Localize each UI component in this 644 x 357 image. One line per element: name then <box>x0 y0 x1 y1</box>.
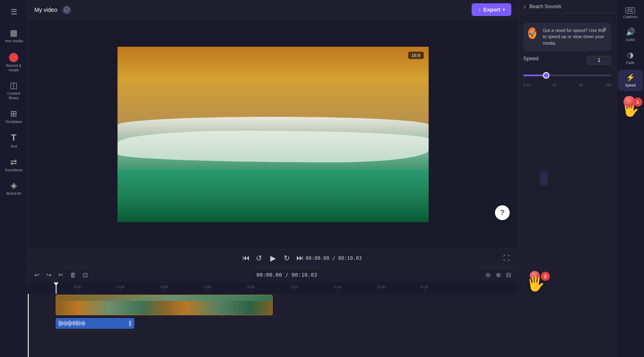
right-icon-fade[interactable]: ◑ Fade <box>618 47 643 68</box>
speed-slider-thumb[interactable] <box>543 72 549 79</box>
timeline-tracks <box>28 294 518 357</box>
sidebar-item-text[interactable]: T Text <box>2 129 26 152</box>
speed-mark-16: 16x <box>605 83 611 87</box>
speed-value-input[interactable] <box>587 56 611 65</box>
speed-label: Speed <box>523 55 539 61</box>
foam-layer <box>118 131 429 162</box>
audio-track-handle-right[interactable] <box>129 321 131 326</box>
speed-tooltip: ✕ 🚀 Got a need for speed? Use this to sp… <box>523 23 611 51</box>
video-track-inner <box>56 295 272 315</box>
play-button[interactable]: ▶ <box>266 251 280 266</box>
save-status-icon[interactable] <box>62 5 71 14</box>
skip-forward-button[interactable]: ⏭ <box>294 252 307 265</box>
audio-waveform <box>61 320 129 327</box>
waveform-bar <box>63 322 64 325</box>
speed-mark-2: 2x <box>553 83 557 87</box>
speed-mark-4: 4x <box>579 83 583 87</box>
save-frame-button[interactable]: ⊡ <box>81 270 90 280</box>
waveform-bar <box>61 322 62 325</box>
ruler-mark-2: 0:06 <box>142 285 186 292</box>
right-icon-speed[interactable]: ⚡ Speed <box>618 70 643 91</box>
track-thumbnail <box>56 301 272 315</box>
waveform-bar <box>84 322 85 325</box>
captions-icon: CC <box>626 7 635 14</box>
beach-sounds-header: ♪ Beach Sounds <box>518 0 616 14</box>
sidebar-item-label: Contentlibrary <box>7 91 20 100</box>
cursor-hand-2-container: 🖐 2 <box>526 275 545 292</box>
playhead[interactable] <box>56 282 56 294</box>
sidebar-item-transitions[interactable]: ⇄ Transitions <box>2 154 26 176</box>
waveform-bar <box>72 322 73 325</box>
tooltip-text: Got a need for speed? Use this to speed … <box>543 27 606 46</box>
redo-button[interactable]: ↪ <box>45 270 53 280</box>
waveform-bar <box>76 321 77 325</box>
transitions-icon: ⇄ <box>10 157 17 167</box>
ruler-marks: 0:02 0:04 0:06 0:08 0:10 <box>28 285 446 292</box>
aspect-ratio-badge: 16:9 <box>408 52 423 59</box>
skip-back-button[interactable]: ⏮ <box>240 252 253 265</box>
zoom-out-button[interactable]: ⊖ <box>484 270 493 280</box>
waveform-bar <box>66 321 67 325</box>
sidebar-item-label: Transitions <box>5 168 23 173</box>
cursor-animation-area: 🖐 2 <box>518 324 616 357</box>
right-icon-audio[interactable]: 🔊 Audio <box>618 24 643 45</box>
speed-icon: ⚡ <box>626 73 635 82</box>
sidebar-item-label: Your media <box>5 39 23 43</box>
delete-button[interactable]: 🗑 <box>68 270 78 280</box>
ruler-mark-4: 0:10 <box>229 285 273 292</box>
beach-sounds-title: Beach Sounds <box>529 4 611 9</box>
main-area: My video ↑ Export ▾ 16:9 ? ⏮ ↺ ▶ <box>28 0 518 357</box>
timeline-time-display: 00:00.00 / 00:10.03 <box>93 272 481 278</box>
timeline-playhead-line <box>28 294 29 357</box>
music-icon: ♪ <box>523 3 526 10</box>
hamburger-menu-icon[interactable]: ☰ <box>7 4 20 20</box>
sidebar-item-templates[interactable]: ⊞ Templates <box>2 105 26 127</box>
video-track-row <box>56 294 518 316</box>
sidebar-item-record-create[interactable]: ⬤ Record &create <box>2 48 26 76</box>
ruler-mark-6: 0:14 <box>316 285 359 292</box>
waveform-bar <box>73 321 74 326</box>
export-icon: ↑ <box>478 7 481 13</box>
sidebar-item-brand-kit[interactable]: ◈ Brand kit <box>2 177 26 199</box>
ruler-mark-7: 0:16 <box>359 285 403 292</box>
total-time: 00:10.03 <box>338 255 362 261</box>
tooltip-avatar: 🚀 <box>528 27 536 39</box>
zoom-in-button[interactable]: ⊕ <box>494 270 503 280</box>
cursor-hand-2: 🖐 <box>526 275 545 292</box>
speed-marks: 0.1x 2x 4x 16x <box>523 83 611 87</box>
waveform-bar <box>62 321 63 326</box>
speed-slider-track <box>523 75 611 76</box>
undo-button[interactable]: ↩ <box>33 270 41 280</box>
ruler-mark-5: 0:12 <box>273 285 316 292</box>
fullscreen-button[interactable]: ⛶ <box>503 255 510 262</box>
captions-label: Captions <box>623 15 638 19</box>
waveform-bar <box>71 321 72 325</box>
export-button[interactable]: ↑ Export ▾ <box>472 3 511 16</box>
fade-label: Fade <box>626 61 635 65</box>
timeline-ruler: 0:02 0:04 0:06 0:08 0:10 <box>28 282 518 294</box>
right-icon-captions[interactable]: CC Captions <box>618 4 643 23</box>
audio-track[interactable] <box>56 318 134 329</box>
sidebar-item-your-media[interactable]: ▦ Your media <box>2 25 26 47</box>
waveform-bar <box>65 321 66 326</box>
tl-total-time: 00:10.03 <box>291 272 317 278</box>
waveform-bar <box>82 321 83 325</box>
forward-button[interactable]: ↻ <box>280 252 294 265</box>
cut-button[interactable]: ✂ <box>56 270 65 280</box>
tooltip-close-button[interactable]: ✕ <box>602 26 607 32</box>
project-title[interactable]: My video <box>34 7 57 13</box>
video-track[interactable] <box>56 295 273 315</box>
help-button[interactable]: ? <box>495 205 510 220</box>
time-separator: / <box>332 255 335 261</box>
ruler-mark-8: 0:18 <box>403 285 446 292</box>
sidebar-item-label: Record &create <box>6 64 22 73</box>
rewind-button[interactable]: ↺ <box>253 252 266 265</box>
fit-timeline-button[interactable]: ⊟ <box>504 270 513 280</box>
timeline-toolbar: ↩ ↪ ✂ 🗑 ⊡ 00:00.00 / 00:10.03 ⊖ ⊕ ⊟ <box>28 267 518 282</box>
speed-mark-01: 0.1x <box>523 83 530 87</box>
library-icon: ◫ <box>10 80 18 90</box>
sidebar-item-content-library[interactable]: ◫ Contentlibrary <box>2 77 26 104</box>
panel-collapse-button[interactable]: ‹ <box>540 172 547 185</box>
playback-time: 00:00.00 / 00:10.03 <box>306 255 362 261</box>
wave-top <box>118 47 429 126</box>
